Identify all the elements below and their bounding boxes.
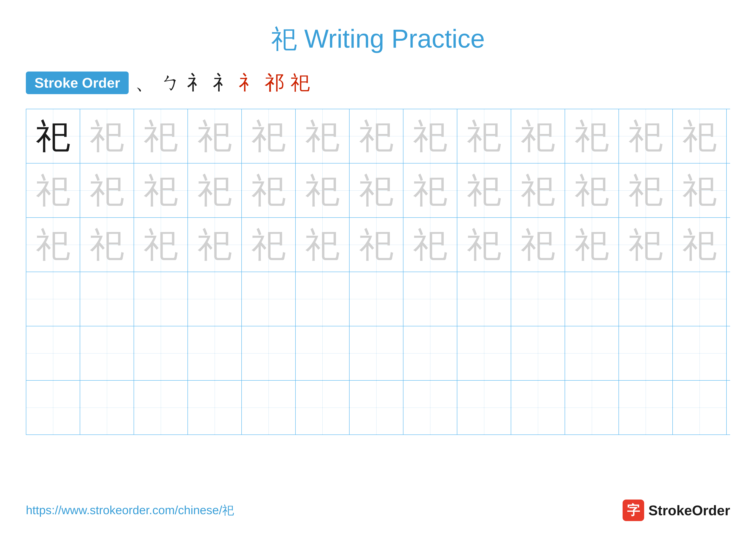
grid-cell[interactable] xyxy=(350,272,403,326)
grid-cell[interactable] xyxy=(242,381,296,435)
grid-cell[interactable]: 祀 xyxy=(80,109,134,163)
grid-cell[interactable]: 祀 xyxy=(242,218,296,272)
stroke-7: 祀 xyxy=(290,69,310,96)
grid-cell[interactable] xyxy=(296,326,350,380)
char-light: 祀 xyxy=(413,173,447,208)
grid-cell[interactable] xyxy=(619,326,673,380)
grid-cell[interactable] xyxy=(242,326,296,380)
grid-cell[interactable]: 祀 xyxy=(242,164,296,217)
grid-cell[interactable] xyxy=(80,381,134,435)
grid-cell[interactable]: 祀 xyxy=(403,109,457,163)
char-light: 祀 xyxy=(36,227,70,262)
char-light: 祀 xyxy=(305,227,339,262)
grid-cell[interactable] xyxy=(511,272,565,326)
grid-cell[interactable] xyxy=(511,381,565,435)
grid-cell[interactable]: 祀 xyxy=(673,164,727,217)
grid-cell[interactable] xyxy=(673,326,727,380)
grid-cell[interactable] xyxy=(134,381,188,435)
char-solid: 祀 xyxy=(36,119,70,153)
grid-cell[interactable]: 祀 xyxy=(134,109,188,163)
char-light: 祀 xyxy=(629,119,663,153)
grid-cell[interactable] xyxy=(26,272,80,326)
grid-cell[interactable] xyxy=(565,381,619,435)
grid-cell[interactable] xyxy=(565,272,619,326)
grid-cell[interactable]: 祀 xyxy=(565,109,619,163)
grid-cell[interactable]: 祀 xyxy=(457,164,511,217)
grid-cell[interactable]: 祀 xyxy=(80,164,134,217)
grid-cell[interactable] xyxy=(242,272,296,326)
grid-cell[interactable] xyxy=(673,381,727,435)
footer-logo: 字 StrokeOrder xyxy=(623,499,730,521)
grid-cell[interactable]: 祀 xyxy=(296,109,350,163)
grid-cell[interactable]: 祀 xyxy=(350,164,403,217)
char-light: 祀 xyxy=(521,227,555,262)
grid-cell[interactable] xyxy=(134,326,188,380)
grid-cell[interactable] xyxy=(673,272,727,326)
grid-cell[interactable]: 祀 xyxy=(242,109,296,163)
grid-cell[interactable] xyxy=(511,326,565,380)
grid-cell[interactable] xyxy=(350,326,403,380)
grid-cell[interactable]: 祀 xyxy=(80,218,134,272)
grid-cell[interactable]: 祀 xyxy=(457,109,511,163)
stroke-6: 祁 xyxy=(265,69,284,96)
grid-cell[interactable] xyxy=(403,272,457,326)
grid-cell[interactable]: 祀 xyxy=(26,164,80,217)
grid-cell[interactable]: 祀 xyxy=(26,109,80,163)
grid-cell[interactable]: 祀 xyxy=(511,218,565,272)
grid-cell[interactable] xyxy=(457,381,511,435)
grid-cell[interactable]: 祀 xyxy=(565,164,619,217)
grid-cell[interactable] xyxy=(26,326,80,380)
grid-cell[interactable]: 祀 xyxy=(296,164,350,217)
grid-cell[interactable] xyxy=(26,381,80,435)
grid-cell[interactable]: 祀 xyxy=(619,164,673,217)
char-light: 祀 xyxy=(198,227,232,262)
grid-row-1: 祀 祀 祀 祀 祀 祀 祀 祀 祀 祀 祀 祀 xyxy=(26,109,730,164)
grid-cell[interactable] xyxy=(457,272,511,326)
grid-cell[interactable]: 祀 xyxy=(134,218,188,272)
grid-cell[interactable]: 祀 xyxy=(403,164,457,217)
grid-cell[interactable]: 祀 xyxy=(188,164,242,217)
grid-cell[interactable] xyxy=(188,326,242,380)
char-light: 祀 xyxy=(575,173,609,208)
stroke-5: 礻 xyxy=(239,69,258,96)
grid-cell[interactable]: 祀 xyxy=(188,218,242,272)
grid-cell[interactable]: 祀 xyxy=(673,109,727,163)
grid-cell[interactable]: 祀 xyxy=(296,218,350,272)
grid-cell[interactable] xyxy=(403,326,457,380)
grid-cell[interactable] xyxy=(619,381,673,435)
grid-cell[interactable] xyxy=(296,272,350,326)
grid-cell[interactable]: 祀 xyxy=(403,218,457,272)
grid-cell[interactable] xyxy=(80,272,134,326)
stroke-2: ㄅ xyxy=(161,69,180,96)
grid-cell[interactable]: 祀 xyxy=(188,109,242,163)
grid-cell[interactable] xyxy=(188,381,242,435)
grid-cell[interactable] xyxy=(457,326,511,380)
grid-cell[interactable]: 祀 xyxy=(457,218,511,272)
char-light: 祀 xyxy=(467,173,501,208)
grid-cell[interactable] xyxy=(403,381,457,435)
char-light: 祀 xyxy=(682,119,717,153)
grid-cell[interactable]: 祀 xyxy=(511,164,565,217)
grid-cell[interactable]: 祀 xyxy=(511,109,565,163)
grid-cell[interactable]: 祀 xyxy=(26,218,80,272)
grid-cell[interactable]: 祀 xyxy=(350,218,403,272)
grid-cell[interactable] xyxy=(296,381,350,435)
char-light: 祀 xyxy=(198,173,232,208)
grid-cell[interactable] xyxy=(565,326,619,380)
char-light: 祀 xyxy=(413,119,447,153)
grid-cell[interactable]: 祀 xyxy=(619,218,673,272)
char-light: 祀 xyxy=(251,119,286,153)
grid-cell[interactable] xyxy=(80,326,134,380)
grid-cell[interactable]: 祀 xyxy=(134,164,188,217)
grid-cell[interactable] xyxy=(350,381,403,435)
grid-cell[interactable]: 祀 xyxy=(350,109,403,163)
char-light: 祀 xyxy=(144,227,178,262)
grid-cell[interactable]: 祀 xyxy=(565,218,619,272)
grid-cell[interactable]: 祀 xyxy=(673,218,727,272)
char-light: 祀 xyxy=(682,227,717,262)
grid-cell[interactable] xyxy=(134,272,188,326)
grid-cell[interactable]: 祀 xyxy=(619,109,673,163)
grid-cell[interactable] xyxy=(619,272,673,326)
char-light: 祀 xyxy=(90,173,124,208)
grid-cell[interactable] xyxy=(188,272,242,326)
